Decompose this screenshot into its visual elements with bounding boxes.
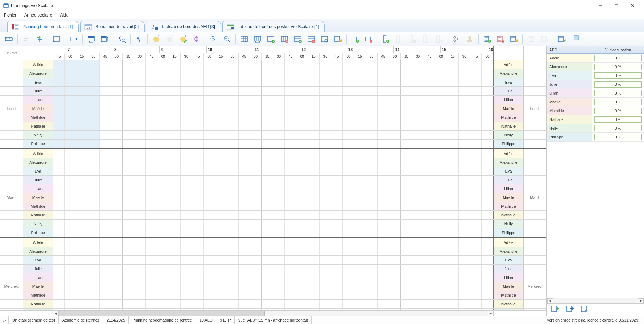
- list-lock-icon[interactable]: [507, 33, 520, 45]
- row-lundi-nathalie[interactable]: NathalieNathalie: [0, 122, 546, 131]
- occupancy-name: Philippe: [547, 133, 592, 141]
- occupancy-row-alexandre[interactable]: Alexandre0 %: [547, 63, 644, 71]
- occupancy-row-lilian[interactable]: Lilian0 %: [547, 89, 644, 98]
- occupancy-hscrollbar[interactable]: ◄ ►: [547, 298, 644, 303]
- name-left: Adèle: [23, 238, 53, 247]
- gear-purple-icon[interactable]: [190, 33, 203, 45]
- scroll-right-button[interactable]: ►: [488, 311, 493, 316]
- cell-add-icon[interactable]: [349, 33, 361, 45]
- row-mercredi-lilian[interactable]: LilianLilian: [0, 273, 546, 282]
- row-mardi-mathilde[interactable]: MathildeMathilde: [0, 202, 546, 211]
- width-arrows-icon[interactable]: [68, 33, 80, 45]
- close-button[interactable]: [625, 0, 641, 11]
- menu-annee-scolaire[interactable]: Année scolaire: [23, 12, 53, 18]
- row-lundi-maëlle[interactable]: LundiMaëlleMaëlleLundi: [0, 104, 546, 113]
- row-lundi-alexandre[interactable]: AlexandreAlexandre: [0, 69, 546, 78]
- row-lundi-eva[interactable]: EvaEva: [0, 78, 546, 87]
- occupancy-row-maëlle[interactable]: Maëlle0 %: [547, 98, 644, 106]
- occupancy-name: Mathilde: [547, 106, 592, 115]
- row-mercredi-maëlle[interactable]: MercrediMaëlleMaëlleMercredi: [0, 282, 546, 291]
- occupancy-col-pct[interactable]: % d'occupation: [592, 46, 644, 53]
- name-right: Philippe: [493, 228, 523, 237]
- occupancy-scroll-left[interactable]: ◄: [547, 298, 553, 303]
- zoom-in-icon[interactable]: [207, 33, 220, 45]
- tab-3[interactable]: Tableau de bord des postes Vie Scolaire …: [222, 21, 325, 32]
- row-mercredi-mathilde[interactable]: MathildeMathilde: [0, 291, 546, 300]
- windows-icon[interactable]: [569, 33, 581, 45]
- occupancy-row-nathalie[interactable]: Nathalie0 %: [547, 115, 644, 124]
- scissors-icon[interactable]: [450, 33, 463, 45]
- row-mardi-maëlle[interactable]: MardiMaëlleMaëlleMardi: [0, 193, 546, 202]
- grid-search-icon[interactable]: [318, 33, 331, 45]
- row-add-icon[interactable]: [291, 33, 304, 45]
- row-mercredi-nelly[interactable]: NellyNelly: [0, 309, 546, 310]
- minimize-button[interactable]: [592, 0, 608, 11]
- export-edit-button[interactable]: [580, 305, 592, 315]
- row-lundi-philippe[interactable]: PhilippePhilippe: [0, 140, 546, 148]
- list-check-icon[interactable]: [555, 33, 568, 45]
- sleep-face-check-icon[interactable]: z: [177, 33, 189, 45]
- menu-fichier[interactable]: Fichier: [2, 12, 18, 18]
- row-mercredi-julie[interactable]: JulieJulie: [0, 265, 546, 273]
- cell-remove-icon[interactable]: [362, 33, 375, 45]
- export-green-button[interactable]: [551, 305, 562, 315]
- keyboard-icon[interactable]: [2, 33, 15, 45]
- occupancy-row-mathilde[interactable]: Mathilde0 %: [547, 106, 644, 115]
- search-person-icon[interactable]: [115, 33, 128, 45]
- calendar-width-icon[interactable]: [85, 33, 97, 45]
- row-mardi-nelly[interactable]: NellyNelly: [0, 220, 546, 228]
- tab-2[interactable]: Tableau de bord des AED [3]: [146, 21, 221, 32]
- grid-lock-icon[interactable]: [332, 33, 344, 45]
- row-lundi-nelly[interactable]: NellyNelly: [0, 131, 546, 140]
- row-mardi-alexandre[interactable]: AlexandreAlexandre: [0, 158, 546, 167]
- row-mardi-adèle[interactable]: AdèleAdèle: [0, 149, 546, 158]
- row-mardi-nathalie[interactable]: NathalieNathalie: [0, 211, 546, 220]
- occupancy-row-julie[interactable]: Julie0 %: [547, 80, 644, 89]
- menu-aide[interactable]: Aide: [58, 12, 70, 18]
- row-mardi-philippe[interactable]: PhilippePhilippe: [0, 228, 546, 237]
- tab-0[interactable]: Planning hebdomadaire [1]: [7, 21, 79, 32]
- grid-add-icon[interactable]: [265, 33, 277, 45]
- occupancy-row-adèle[interactable]: Adèle0 %: [547, 54, 644, 63]
- resize-icon[interactable]: [50, 33, 63, 45]
- calendar-height-icon[interactable]: [98, 33, 111, 45]
- planner-hscrollbar[interactable]: ◄ ►: [0, 310, 546, 316]
- grid-icon[interactable]: [238, 33, 251, 45]
- row-remove-icon[interactable]: [305, 33, 317, 45]
- row-mercredi-adèle[interactable]: AdèleAdèle: [0, 238, 546, 247]
- export-blue-button[interactable]: [566, 305, 577, 315]
- occupancy-row-nelly[interactable]: Nelly0 %: [547, 124, 644, 133]
- pulse-icon[interactable]: [133, 33, 145, 45]
- maximize-button[interactable]: [608, 0, 625, 11]
- row-lundi-mathilde[interactable]: MathildeMathilde: [0, 113, 546, 122]
- list-red-icon[interactable]: [494, 33, 507, 45]
- occupancy-scroll-right[interactable]: ►: [638, 298, 644, 303]
- col-add-icon[interactable]: [379, 33, 392, 45]
- list-add-icon[interactable]: [481, 33, 493, 45]
- row-lundi-julie[interactable]: JulieJulie: [0, 87, 546, 96]
- grid-remove-icon[interactable]: [278, 33, 291, 45]
- row-mercredi-nathalie[interactable]: NathalieNathalie: [0, 300, 546, 309]
- scroll-thumb[interactable]: [59, 311, 265, 316]
- svg-point-43: [153, 37, 159, 42]
- occupancy-row-eva[interactable]: Eva0 %: [547, 71, 644, 80]
- row-lundi-adèle[interactable]: AdèleAdèle: [0, 60, 546, 69]
- sleep-face-icon[interactable]: z: [150, 33, 163, 45]
- zoom-out-icon[interactable]: [221, 33, 233, 45]
- row-lundi-lilian[interactable]: LilianLilian: [0, 96, 546, 104]
- row-mercredi-alexandre[interactable]: AlexandreAlexandre: [0, 247, 546, 256]
- signpost-icon[interactable]: [33, 33, 46, 45]
- occupancy-col-aed[interactable]: AED: [547, 46, 592, 53]
- planner-grid[interactable]: AdèleAdèleAlexandreAlexandreEvaEvaJulieJ…: [0, 60, 546, 310]
- scroll-left-button[interactable]: ◄: [53, 311, 59, 316]
- row-mardi-julie[interactable]: JulieJulie: [0, 176, 546, 184]
- occupancy-row-philippe[interactable]: Philippe0 %: [547, 133, 644, 142]
- row-mardi-lilian[interactable]: LilianLilian: [0, 184, 546, 193]
- tab-1[interactable]: 23Semainier de travail [2]: [80, 21, 145, 32]
- grid-width-icon[interactable]: [251, 33, 264, 45]
- row-mardi-eva[interactable]: EvaEva: [0, 167, 546, 176]
- tab-label-2: Tableau de bord des AED [3]: [161, 24, 215, 29]
- name-left: Alexandre: [23, 69, 53, 78]
- row-mercredi-eva[interactable]: EvaEva: [0, 256, 546, 265]
- svg-rect-109: [397, 36, 399, 42]
